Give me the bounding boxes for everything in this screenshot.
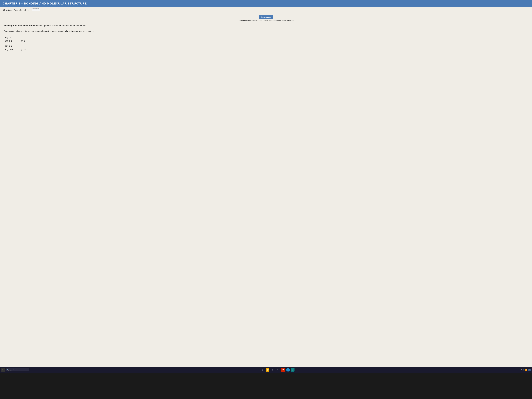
previous-button[interactable]: ◀ Previous: [2, 9, 12, 11]
choice-a-label[interactable]: (A) C-C: [5, 36, 17, 39]
page-info: Page 16 of 16: [13, 9, 26, 11]
choice-row-d: (D) C≡O (C,D): [5, 48, 528, 51]
grid-view-icon[interactable]: [28, 9, 31, 11]
answer-choices: (A) C-C (B) C=C (A,B) (C) C-O (D) C≡O (C…: [5, 36, 528, 52]
choice-row-a: (A) C-C: [5, 36, 528, 39]
main-content: References Use the References to access …: [0, 13, 532, 367]
taskbar-arrow-icon[interactable]: ^: [521, 369, 522, 371]
taskbar-volume-icon[interactable]: 🔊: [522, 369, 525, 371]
references-subtext: Use the References to access important v…: [238, 19, 294, 21]
question-intro: The length of a covalent bond depends up…: [4, 24, 528, 27]
choice-d-label[interactable]: (D) C≡O: [5, 48, 17, 51]
references-button[interactable]: References: [259, 15, 273, 19]
taskbar-app-blue[interactable]: ●: [286, 368, 290, 372]
choice-d-answer: (C,D): [21, 48, 25, 51]
bottom-dark-area: [0, 373, 532, 399]
body-rest: bond length.: [82, 30, 94, 32]
question-body: For each pair of covalently bonded atoms…: [4, 30, 528, 33]
header-title: CHAPTER 8 – BONDING AND MOLECULAR STRUCT…: [3, 2, 87, 5]
choice-b-label[interactable]: (B) C=C: [5, 39, 17, 43]
taskbar-right: ^ 🔊 📶 TI: [521, 369, 531, 371]
taskbar-app-red[interactable]: FLY: [281, 368, 285, 372]
body-bold: shortest: [74, 30, 82, 32]
taskbar-file-explorer-icon[interactable]: 📁: [266, 368, 269, 372]
windows-icon: ⊞: [2, 369, 3, 371]
search-icon: 🔍: [7, 369, 9, 371]
taskbar-center-icons: ○ ⧉ 📁 ⚙ ∞ FLY ● ◆: [30, 368, 520, 372]
taskbar-infinity-icon[interactable]: ∞: [276, 368, 279, 372]
taskbar-task-view-icon[interactable]: ⧉: [261, 368, 264, 372]
intro-bold: length of a covalent bond: [8, 25, 34, 27]
intro-rest: depends upon the size of the atoms and t…: [34, 25, 87, 27]
choice-b-answer: (A,B): [21, 39, 25, 43]
choice-c-label[interactable]: (C) C-O: [5, 44, 17, 48]
previous-label: Previous: [4, 9, 12, 11]
taskbar-settings-icon[interactable]: ⚙: [271, 368, 274, 372]
navigation-bar: ◀ Previous Page 16 of 16: [0, 7, 532, 13]
choice-row-c: (C) C-O: [5, 44, 528, 48]
body-plain: For each pair of covalently bonded atoms…: [4, 30, 74, 32]
choice-group-cd: (C) C-O (D) C≡O (C,D): [5, 44, 528, 51]
search-input[interactable]: [10, 369, 27, 371]
choice-row-b: (B) C=C (A,B): [5, 39, 528, 43]
references-section: References Use the References to access …: [4, 15, 528, 21]
intro-plain: The: [4, 25, 8, 27]
taskbar: ⊞ 🔍 ○ ⧉ 📁 ⚙ ∞ FLY ● ◆ ^ 🔊 📶 TI: [0, 367, 532, 373]
page-header: CHAPTER 8 – BONDING AND MOLECULAR STRUCT…: [0, 0, 532, 7]
start-button[interactable]: ⊞: [1, 368, 5, 372]
taskbar-cortana-icon[interactable]: ○: [256, 368, 260, 372]
taskbar-network-icon[interactable]: 📶: [525, 369, 527, 371]
search-bar[interactable]: 🔍: [6, 368, 29, 371]
taskbar-time: TI: [528, 369, 531, 371]
choice-group-ab: (A) C-C (B) C=C (A,B): [5, 36, 528, 43]
arrow-left-icon: ◀: [2, 9, 4, 11]
taskbar-app-teal[interactable]: ◆: [291, 368, 294, 372]
page-input-box[interactable]: [32, 8, 40, 11]
